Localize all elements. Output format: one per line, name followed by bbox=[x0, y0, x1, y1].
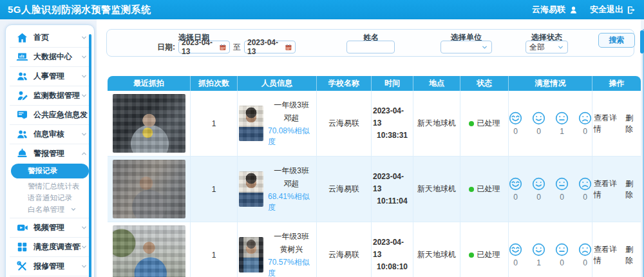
portrait-photo bbox=[239, 237, 263, 272]
sidebar-subitem[interactable]: 警情汇总统计表 bbox=[10, 180, 90, 192]
table-cell: 云海易联 bbox=[317, 91, 372, 156]
satisfaction-count: 0 bbox=[583, 258, 587, 267]
satisfaction-count: 0 bbox=[560, 193, 564, 202]
sidebar-item[interactable]: 信息审核 bbox=[10, 125, 90, 144]
table-cell: 新天地球机 bbox=[413, 157, 460, 222]
status-text: 已处理 bbox=[477, 118, 500, 129]
user-name: 云海易联 bbox=[532, 4, 565, 15]
satisfaction-item: 0 bbox=[578, 111, 592, 136]
table-cell: 云海易联 bbox=[317, 222, 372, 277]
calendar-icon[interactable] bbox=[219, 43, 227, 52]
sidebar-group: 警报管理警报记录警情汇总统计表语音通知记录白名单管理 bbox=[10, 144, 90, 218]
satisfaction-count: 0 bbox=[560, 258, 564, 267]
sidebar-item-label: 公共应急信息发布 bbox=[33, 110, 88, 120]
table-cell: 一年级3班邓超70.08%相似度 bbox=[238, 91, 317, 156]
table-cell: 查看详情删除 bbox=[592, 157, 641, 222]
chevron-up-icon bbox=[80, 150, 88, 157]
date-to-input[interactable]: 2023-04-13 bbox=[244, 41, 296, 53]
chevron-down-icon bbox=[557, 44, 564, 51]
sidebar-item[interactable]: 大数据中心 bbox=[10, 48, 90, 66]
sidebar-subitem[interactable]: 白名单管理 bbox=[10, 204, 90, 215]
person-info: 一年级3班邓超70.08%相似度 bbox=[239, 100, 315, 148]
school-name: 云海易联 bbox=[328, 118, 359, 129]
sidebar-group: 大数据中心 bbox=[10, 48, 90, 67]
logout-button[interactable]: 安全退出 bbox=[590, 4, 636, 15]
sidebar-subitem-label: 警报记录 bbox=[28, 166, 57, 176]
person-name: 邓超 bbox=[284, 178, 299, 189]
emoji-neutral-icon bbox=[554, 242, 569, 257]
page-scrollbar-thumb[interactable] bbox=[640, 30, 644, 53]
table-cell: 新天地球机 bbox=[413, 222, 460, 277]
sidebar-item[interactable]: 视频管理 bbox=[10, 218, 90, 237]
table-cell: 2023-04-1310:11:04 bbox=[372, 157, 413, 222]
capture-time: 10:08:10 bbox=[377, 261, 408, 273]
capture-count: 1 bbox=[212, 185, 216, 194]
grid-icon bbox=[16, 241, 28, 253]
emoji-frown-icon bbox=[578, 242, 592, 257]
status-text: 已处理 bbox=[477, 184, 500, 195]
status-select[interactable]: 全部 bbox=[526, 41, 568, 53]
delete-link[interactable]: 删除 bbox=[625, 178, 639, 200]
table-cell: 2023-04-1310:08:10 bbox=[372, 222, 413, 277]
chevron-down-icon bbox=[80, 73, 88, 80]
sidebar-item-label: 人事管理 bbox=[33, 71, 80, 82]
location-name: 新天地球机 bbox=[417, 249, 456, 260]
table-cell: 已处理 bbox=[460, 91, 509, 156]
delete-link[interactable]: 删除 bbox=[625, 244, 639, 266]
sidebar-scrollbar[interactable] bbox=[89, 34, 91, 277]
sidebar-submenu: 警报记录警情汇总统计表语音通知记录白名单管理 bbox=[10, 164, 90, 218]
sidebar-item-label: 监测数据管理 bbox=[33, 90, 80, 101]
sidebar-group: 人事管理 bbox=[10, 67, 90, 86]
sidebar-group: 监测数据管理 bbox=[10, 86, 90, 106]
sidebar-item[interactable]: 满意度调查管理 bbox=[10, 238, 90, 256]
capture-date: 2023-04-13 bbox=[373, 171, 412, 195]
unit-select[interactable] bbox=[440, 41, 492, 53]
status-dot bbox=[469, 253, 474, 258]
school-name: 云海易联 bbox=[328, 184, 359, 195]
sidebar-group: 信息审核 bbox=[10, 125, 90, 144]
column-header: 满意情况 bbox=[509, 76, 592, 91]
capture-count: 1 bbox=[212, 119, 216, 128]
sidebar: 首页大数据中心人事管理监测数据管理公共应急信息发布信息审核警报管理警报记录警情汇… bbox=[5, 24, 95, 277]
capture-photo bbox=[113, 160, 185, 218]
search-button[interactable]: 搜索 bbox=[598, 33, 635, 48]
sidebar-item-label: 报修管理 bbox=[33, 261, 80, 272]
sidebar-item-label: 大数据中心 bbox=[33, 52, 80, 62]
sidebar-item[interactable]: 报修管理 bbox=[10, 257, 90, 276]
view-details-link[interactable]: 查看详情 bbox=[594, 244, 622, 266]
table-cell: 0000 bbox=[509, 157, 592, 222]
sidebar-item-label: 首页 bbox=[33, 32, 80, 43]
satisfaction-item: 0 bbox=[554, 177, 569, 202]
date-from-input[interactable]: 2023-04-13 bbox=[178, 41, 230, 53]
sidebar-item[interactable]: 警报管理 bbox=[10, 144, 90, 163]
capture-time: 10:38:31 bbox=[377, 129, 408, 142]
view-details-link[interactable]: 查看详情 bbox=[594, 113, 622, 135]
table-cell: 查看详情删除 bbox=[592, 91, 641, 156]
column-header: 学校名称 bbox=[317, 76, 372, 91]
sidebar-item[interactable]: 首页 bbox=[10, 28, 90, 47]
sidebar-item[interactable]: 人事管理 bbox=[10, 67, 90, 86]
data-center-icon bbox=[16, 51, 28, 63]
name-input[interactable] bbox=[346, 41, 395, 53]
emoji-laugh-icon bbox=[508, 177, 523, 191]
view-details-link[interactable]: 查看详情 bbox=[594, 178, 622, 200]
emoji-frown-icon bbox=[578, 177, 592, 191]
chevron-down-icon bbox=[80, 92, 88, 99]
sidebar-item[interactable]: 监测数据管理 bbox=[10, 86, 90, 105]
sidebar-item[interactable]: 公共应急信息发布 bbox=[10, 106, 90, 124]
person-text: 一年级3班邓超68.41%相似度 bbox=[268, 166, 315, 213]
logout-label: 安全退出 bbox=[590, 4, 623, 15]
user-menu[interactable]: 云海易联 bbox=[532, 4, 578, 15]
delete-link[interactable]: 删除 bbox=[625, 113, 639, 135]
sidebar-group: 公共应急信息发布 bbox=[10, 106, 90, 125]
table-cell: 1 bbox=[191, 222, 238, 277]
table-cell: 1 bbox=[191, 157, 238, 222]
satisfaction-item: 0 bbox=[508, 111, 523, 136]
column-header: 时间 bbox=[372, 76, 413, 91]
table-cell bbox=[108, 157, 191, 222]
calendar-icon[interactable] bbox=[285, 43, 292, 52]
sidebar-subitem[interactable]: 语音通知记录 bbox=[10, 192, 90, 204]
broadcast-icon bbox=[16, 109, 28, 121]
emoji-laugh-icon bbox=[508, 111, 523, 126]
sidebar-subitem[interactable]: 警报记录 bbox=[11, 164, 89, 178]
